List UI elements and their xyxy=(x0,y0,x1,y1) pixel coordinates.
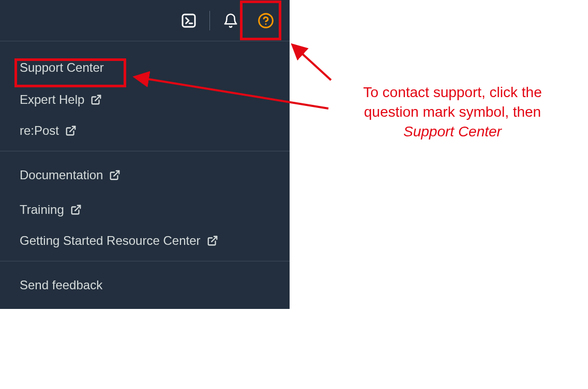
svg-line-7 xyxy=(75,206,80,211)
notifications-button[interactable] xyxy=(215,5,246,36)
external-link-icon xyxy=(65,125,77,136)
menu-item-label: Documentation xyxy=(20,168,103,182)
menu-section-support: Support Center Expert Help re:Post xyxy=(0,41,290,151)
menu-item-support-center[interactable]: Support Center xyxy=(0,50,290,81)
annotation-line-italic: Support Center xyxy=(331,122,574,142)
external-link-icon xyxy=(109,169,120,181)
cloudshell-button[interactable] xyxy=(173,5,204,36)
help-button[interactable] xyxy=(250,5,281,36)
menu-item-getting-started[interactable]: Getting Started Resource Center xyxy=(0,222,290,253)
bell-icon xyxy=(223,13,238,28)
svg-line-10 xyxy=(300,52,331,80)
menu-item-label: Getting Started Resource Center xyxy=(20,234,201,248)
menu-item-label: Expert Help xyxy=(20,92,84,107)
external-link-icon xyxy=(91,94,102,105)
topbar-divider xyxy=(209,11,210,30)
cloudshell-icon xyxy=(180,12,197,29)
menu-item-label: Send feedback xyxy=(20,278,102,292)
menu-item-send-feedback[interactable]: Send feedback xyxy=(0,270,290,301)
svg-line-5 xyxy=(70,127,75,132)
svg-line-6 xyxy=(114,171,119,176)
menu-item-repost[interactable]: re:Post xyxy=(0,112,290,143)
menu-section-feedback: Send feedback xyxy=(0,261,290,309)
annotation-line: To contact support, click the xyxy=(331,83,574,102)
console-topbar xyxy=(0,0,290,41)
menu-item-expert-help[interactable]: Expert Help xyxy=(0,81,290,112)
menu-item-label: re:Post xyxy=(20,123,59,138)
menu-section-resources: Documentation Training Getting Started xyxy=(0,151,290,261)
external-link-icon xyxy=(70,204,82,215)
external-link-icon xyxy=(207,235,218,246)
menu-item-training[interactable]: Training xyxy=(0,191,290,222)
annotation-text: To contact support, click the question m… xyxy=(331,83,574,141)
annotation-line: question mark symbol, then xyxy=(331,102,574,122)
menu-item-documentation[interactable]: Documentation xyxy=(0,160,290,191)
question-mark-icon xyxy=(258,12,274,29)
svg-line-4 xyxy=(96,96,101,101)
help-dropdown-panel: Support Center Expert Help re:Post xyxy=(0,0,290,309)
menu-item-label: Support Center xyxy=(20,60,104,75)
menu-item-label: Training xyxy=(20,203,64,217)
svg-line-8 xyxy=(212,237,217,242)
